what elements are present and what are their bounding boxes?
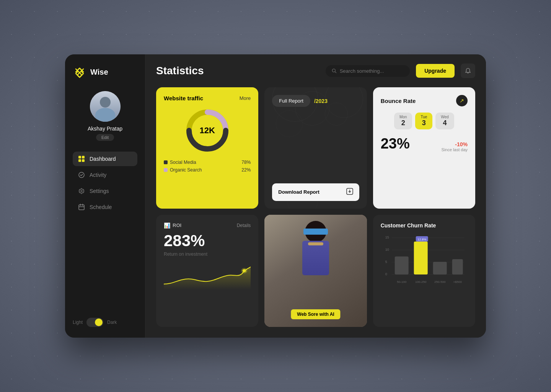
bounce-change: -10% Since last day <box>442 141 468 152</box>
full-report-button[interactable]: Full Report <box>272 95 310 107</box>
day-num-mon: 2 <box>399 119 407 127</box>
avatar-image <box>90 91 121 122</box>
svg-rect-6 <box>79 205 84 210</box>
settings-icon <box>78 188 85 194</box>
sidebar-item-activity[interactable]: Activity <box>73 168 137 182</box>
roi-details-link[interactable]: Details <box>237 223 251 228</box>
bounce-change-label: Since last day <box>442 147 468 152</box>
search-bar <box>326 65 410 77</box>
upgrade-button[interactable]: Upgrade <box>416 64 455 78</box>
organic-pct: 22% <box>241 167 251 173</box>
theme-toggle: Light Dark <box>73 312 137 327</box>
card-full-report: Full Report /2023 Download Report <box>264 87 367 209</box>
svg-rect-1 <box>82 156 85 158</box>
bounce-stats: 23% -10% Since last day <box>381 136 468 152</box>
bar-chart-svg: 15 10 5 0 50-100 <box>381 233 468 287</box>
social-pct: 78% <box>241 160 251 165</box>
web-store-image: Web Sore with AI <box>264 215 367 327</box>
theme-toggle-switch[interactable] <box>86 318 103 327</box>
search-input[interactable] <box>340 68 404 74</box>
day-num-tue: 3 <box>421 119 427 127</box>
page-title: Statistics <box>156 65 320 77</box>
download-icon <box>346 188 353 196</box>
roi-subtitle: Return on investment <box>164 252 251 257</box>
bounce-change-value: -10% <box>442 141 468 147</box>
svg-rect-30 <box>452 259 463 274</box>
bounce-arrow-button[interactable]: ↗ <box>456 95 468 106</box>
logo-area: Wise <box>73 65 137 79</box>
svg-rect-0 <box>78 156 81 158</box>
svg-text:50-100: 50-100 <box>397 280 406 284</box>
svg-text:250-500: 250-500 <box>434 280 446 284</box>
figure-body <box>302 241 329 275</box>
app-container: Wise Akshay Pratap Edit Dashboard <box>65 54 486 338</box>
svg-point-13 <box>241 268 247 273</box>
day-name-mon: Mon <box>399 115 407 119</box>
bell-icon <box>465 68 471 74</box>
organic-search-stat: Organic Search 22% <box>164 167 251 173</box>
sidebar: Wise Akshay Pratap Edit Dashboard <box>65 54 145 338</box>
organic-dot <box>164 168 168 172</box>
day-chip-mon[interactable]: Mon 2 <box>394 113 412 129</box>
avatar <box>90 91 121 122</box>
roi-title: ROI <box>173 222 181 228</box>
card-website-traffic: Website traffic More 12K Socia <box>156 87 258 209</box>
svg-text:15: 15 <box>385 235 389 239</box>
day-num-wed: 4 <box>441 119 448 127</box>
days-row: Mon 2 Tue 3 Wed 4 <box>381 113 468 129</box>
social-dot <box>164 160 168 164</box>
bounce-value: 23% <box>381 136 410 152</box>
svg-rect-3 <box>82 159 85 162</box>
svg-rect-22 <box>395 256 408 274</box>
user-name: Akshay Pratap <box>88 126 122 132</box>
bubble-3 <box>276 110 303 137</box>
bounce-title: Bounce Rate <box>381 98 416 104</box>
nav-menu: Dashboard Activity Settings <box>73 152 137 312</box>
light-label: Light <box>73 320 83 325</box>
download-label: Download Report <box>278 189 320 195</box>
social-label: Social Media <box>170 160 196 165</box>
activity-label: Activity <box>90 172 106 178</box>
dark-label: Dark <box>107 320 117 325</box>
search-icon <box>332 68 336 74</box>
traffic-more-link[interactable]: More <box>240 95 251 101</box>
card-web-store: Web Sore with AI <box>264 215 367 327</box>
activity-icon <box>78 172 85 178</box>
svg-text:>$500: >$500 <box>453 280 462 284</box>
sidebar-item-schedule[interactable]: Schedule <box>73 200 137 214</box>
avatar-section: Akshay Pratap Edit <box>73 91 137 141</box>
traffic-title: Website traffic <box>164 95 203 101</box>
day-name-tue: Tue <box>421 115 427 119</box>
roi-line-chart <box>164 263 251 290</box>
svg-rect-28 <box>433 262 447 274</box>
traffic-donut: 12K <box>164 108 251 154</box>
settings-label: Settings <box>90 188 109 194</box>
social-media-stat: Social Media 78% <box>164 160 251 165</box>
svg-text:10: 10 <box>385 248 389 252</box>
figure-necklace <box>308 242 323 245</box>
card-roi: 📊 ROI Details 283% Return on investment <box>156 215 258 327</box>
toggle-thumb <box>95 318 103 326</box>
schedule-label: Schedule <box>90 204 112 210</box>
year-badge: /2023 <box>314 98 328 104</box>
sidebar-item-dashboard[interactable]: Dashboard <box>73 152 137 166</box>
figure-visor <box>303 229 328 235</box>
edit-profile-button[interactable]: Edit <box>96 134 114 141</box>
card-customer-churn: Customer Churn Rate 15 10 5 0 <box>373 215 475 327</box>
schedule-icon <box>78 204 85 211</box>
svg-text:12.8%: 12.8% <box>417 238 426 241</box>
day-chip-wed[interactable]: Wed 4 <box>435 113 454 129</box>
day-chip-tue[interactable]: Tue 3 <box>415 113 432 129</box>
notification-bell-button[interactable] <box>461 64 475 78</box>
svg-rect-24 <box>414 242 427 274</box>
cards-grid: Website traffic More 12K Socia <box>145 84 486 338</box>
svg-text:0: 0 <box>385 272 387 276</box>
churn-bar-chart: 15 10 5 0 50-100 <box>381 233 468 287</box>
card-bounce-rate: Bounce Rate ↗ Mon 2 Tue 3 Wed 4 <box>373 87 475 209</box>
svg-text:100-250: 100-250 <box>415 280 427 284</box>
dashboard-icon <box>78 155 85 162</box>
sidebar-item-settings[interactable]: Settings <box>73 184 137 198</box>
report-top: Full Report /2023 <box>272 95 359 107</box>
download-report-button[interactable]: Download Report <box>272 183 359 201</box>
churn-title: Customer Churn Rate <box>381 222 468 229</box>
